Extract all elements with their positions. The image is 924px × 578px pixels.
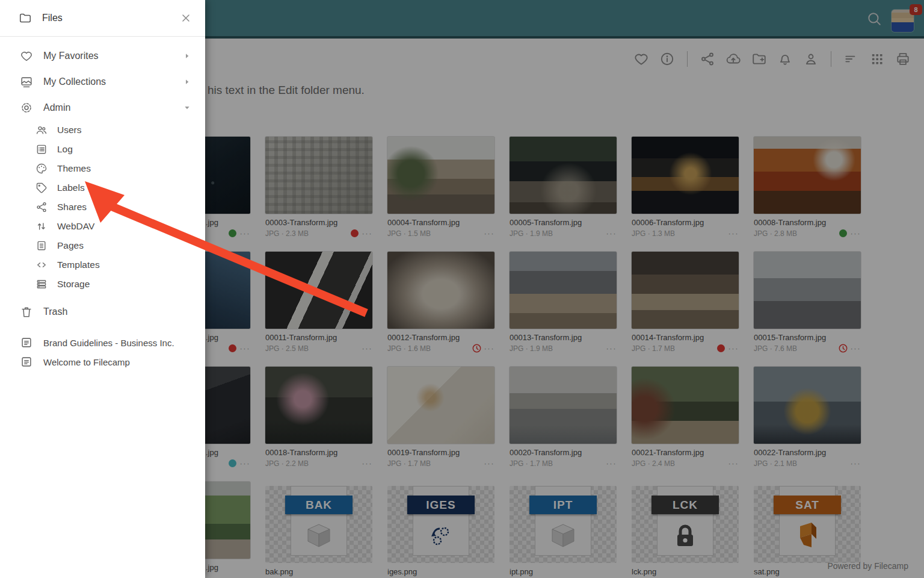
share-icon: [35, 201, 48, 213]
sidebar-item-label: Templates: [57, 259, 100, 270]
sidebar-item-label: Storage: [57, 279, 90, 290]
files-sidebar: Files My FavoritesMy CollectionsAdmin Us…: [0, 0, 205, 578]
folder-icon: [19, 11, 32, 25]
themes-icon: [35, 163, 48, 175]
document-icon: [20, 355, 33, 368]
sidebar-item-welcome-to-filecamp[interactable]: Welcome to Filecamp: [0, 352, 205, 371]
sidebar-item-label: Pages: [57, 240, 84, 251]
sidebar-item-pages[interactable]: Pages: [0, 236, 205, 255]
sidebar-item-themes[interactable]: Themes: [0, 159, 205, 178]
sidebar-item-trash[interactable]: Trash: [0, 299, 205, 325]
sidebar-item-label: Users: [57, 125, 81, 135]
sidebar-top-items: My FavoritesMy CollectionsAdmin: [0, 43, 205, 120]
chevron-down-icon[interactable]: [182, 103, 192, 113]
label-icon: [35, 182, 48, 194]
users-icon: [35, 124, 48, 136]
sidebar-item-label: Trash: [43, 306, 67, 317]
chevron-right-icon[interactable]: [182, 77, 192, 87]
heart-icon: [20, 49, 33, 63]
sidebar-item-label: Themes: [57, 163, 91, 174]
sidebar-item-label: Brand Guidelines - Business Inc.: [43, 338, 174, 348]
sidebar-item-label: Admin: [43, 102, 70, 113]
close-icon[interactable]: [180, 12, 192, 24]
sidebar-title: Files: [42, 13, 63, 23]
webdav-icon: [35, 220, 48, 232]
chevron-right-icon[interactable]: [182, 51, 192, 61]
sidebar-item-label: Shares: [57, 202, 87, 213]
templates-icon: [35, 259, 48, 271]
pages-icon: [35, 240, 48, 252]
sidebar-item-storage[interactable]: Storage: [0, 275, 205, 294]
sidebar-item-templates[interactable]: Templates: [0, 255, 205, 275]
gear-icon: [20, 101, 33, 114]
sidebar-item-admin[interactable]: Admin: [0, 95, 205, 120]
admin-submenu: UsersLogThemesLabelsSharesWebDAVPagesTem…: [0, 120, 205, 294]
sidebar-item-labels[interactable]: Labels: [0, 178, 205, 197]
sidebar-item-label: Welcome to Filecamp: [43, 357, 130, 367]
sidebar-item-label: My Favorites: [43, 51, 99, 61]
trash-icon: [20, 305, 33, 319]
collections-icon: [20, 75, 33, 89]
sidebar-item-brand-guidelines-business-inc[interactable]: Brand Guidelines - Business Inc.: [0, 333, 205, 352]
sidebar-header: Files: [0, 0, 205, 37]
sidebar-item-shares[interactable]: Shares: [0, 197, 205, 217]
sidebar-item-my-favorites[interactable]: My Favorites: [0, 43, 205, 69]
sidebar-links: Brand Guidelines - Business Inc.Welcome …: [0, 333, 205, 371]
sidebar-item-label: Log: [57, 144, 73, 155]
sidebar-item-label: My Collections: [43, 76, 106, 87]
sidebar-item-users[interactable]: Users: [0, 120, 205, 140]
storage-icon: [35, 278, 48, 290]
document-icon: [20, 336, 33, 349]
trash-row: Trash: [0, 299, 205, 325]
sidebar-item-label: Labels: [57, 182, 85, 193]
sidebar-item-label: WebDAV: [57, 221, 94, 232]
sidebar-item-webdav[interactable]: WebDAV: [0, 217, 205, 236]
sidebar-item-my-collections[interactable]: My Collections: [0, 69, 205, 95]
sidebar-item-log[interactable]: Log: [0, 140, 205, 159]
log-icon: [35, 143, 48, 155]
